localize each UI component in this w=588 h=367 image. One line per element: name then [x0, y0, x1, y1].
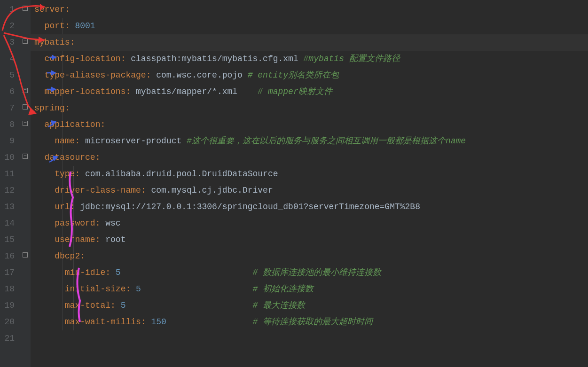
yaml-key: type [55, 169, 75, 179]
code-editor[interactable]: 1 2 3 4 5 6 7 8 9 10 11 12 13 14 15 16 1… [0, 0, 588, 367]
code-line[interactable]: type: com.alibaba.druid.pool.DruidDataSo… [31, 166, 588, 182]
line-number: 15 [0, 232, 15, 248]
code-line[interactable]: url: jdbc:mysql://127.0.0.1:3306/springc… [31, 199, 588, 215]
yaml-value: classpath [131, 54, 176, 63]
line-number: 19 [0, 297, 15, 314]
line-number: 9 [0, 133, 15, 149]
yaml-comment: # 初始化连接数 [253, 284, 314, 294]
yaml-value: wsc [105, 219, 120, 228]
yaml-key: driver-class-name [55, 186, 141, 195]
yaml-value: com.mysql.cj.jdbc.Driver [151, 186, 273, 195]
code-line[interactable]: datasource: [31, 149, 588, 166]
code-line[interactable] [31, 330, 588, 347]
fold-marker-icon[interactable] [23, 252, 28, 258]
yaml-value: com.wsc.core.pojo [156, 70, 243, 80]
line-number: 1 [0, 1, 15, 18]
yaml-key: spring [34, 103, 65, 113]
yaml-value: microserver-product [85, 136, 181, 146]
code-line[interactable]: spring: [31, 100, 588, 117]
fold-marker-icon[interactable] [23, 88, 28, 93]
code-area[interactable]: server: port: 8001 mybatis: config-locat… [31, 0, 588, 367]
fold-column [21, 0, 31, 367]
code-line[interactable]: max-wait-millis: 150 # 等待连接获取的最大超时时间 [31, 314, 588, 330]
yaml-key: config-location [45, 54, 121, 63]
line-number: 6 [0, 84, 15, 100]
fold-marker-icon[interactable] [23, 39, 28, 44]
line-number: 11 [0, 166, 15, 182]
code-line[interactable]: server: [31, 1, 588, 18]
yaml-value: 5 [121, 301, 126, 310]
yaml-value: 8001 [75, 21, 95, 31]
yaml-key: username [55, 235, 95, 244]
line-number: 13 [0, 199, 15, 215]
yaml-comment: #mybatis 配置文件路径 [304, 54, 400, 63]
yaml-value: 5 [136, 284, 141, 294]
code-line[interactable]: name: microserver-product #这个很重要，这在以后的服务… [31, 133, 588, 149]
line-number: 2 [0, 18, 15, 34]
line-number: 12 [0, 182, 15, 199]
yaml-key: max-wait-millis [65, 317, 141, 327]
yaml-key: url [55, 202, 70, 211]
code-line[interactable]: config-location: classpath:mybatis/mybat… [31, 51, 588, 67]
yaml-key: password [55, 219, 95, 228]
yaml-comment: #这个很重要，这在以后的服务与服务之间相互调用一般都是根据这个name [187, 136, 466, 146]
yaml-key: mapper-locations [45, 87, 126, 96]
yaml-key: name [55, 136, 75, 146]
yaml-key: max-total [65, 301, 110, 310]
line-number: 17 [0, 265, 15, 281]
yaml-key: datasource [45, 153, 95, 162]
line-number: 16 [0, 248, 15, 265]
code-line[interactable]: port: 8001 [31, 18, 588, 34]
yaml-value: mybatis/mybatis.cfg.xml [181, 54, 298, 63]
line-number: 5 [0, 67, 15, 84]
yaml-value: jdbc:mysql://127.0.0.1:3306/springcloud_… [80, 202, 420, 211]
code-line[interactable]: username: root [31, 232, 588, 248]
code-line[interactable]: driver-class-name: com.mysql.cj.jdbc.Dri… [31, 182, 588, 199]
yaml-value: root [105, 235, 125, 244]
text-cursor-icon [75, 36, 75, 47]
fold-marker-icon[interactable] [23, 154, 28, 159]
code-line[interactable]: type-aliases-package: com.wsc.core.pojo … [31, 67, 588, 84]
line-number: 3 [0, 34, 15, 51]
code-line[interactable]: max-total: 5 # 最大连接数 [31, 297, 588, 314]
fold-marker-icon[interactable] [23, 6, 28, 11]
yaml-comment: # mapper映射文件 [258, 87, 332, 96]
line-number: 20 [0, 314, 15, 330]
line-number: 21 [0, 330, 15, 347]
yaml-comment: # 最大连接数 [253, 301, 306, 310]
yaml-key: initial-size [65, 284, 126, 294]
yaml-value: mybatis/mapper/*.xml [136, 87, 237, 96]
line-number: 4 [0, 51, 15, 67]
line-number-gutter: 1 2 3 4 5 6 7 8 9 10 11 12 13 14 15 16 1… [0, 0, 21, 367]
yaml-key: mybatis [34, 38, 70, 47]
yaml-comment: # 数据库连接池的最小维持连接数 [253, 268, 382, 277]
code-line[interactable]: password: wsc [31, 215, 588, 232]
yaml-comment: # 等待连接获取的最大超时时间 [253, 317, 373, 327]
code-line-current[interactable]: mybatis: [31, 34, 588, 51]
fold-marker-icon[interactable] [23, 104, 28, 109]
yaml-value: 5 [116, 268, 121, 277]
yaml-value: 150 [151, 317, 166, 327]
yaml-key: min-idle [65, 268, 105, 277]
code-line[interactable]: dbcp2: [31, 248, 588, 265]
yaml-key: type-aliases-package [45, 70, 146, 80]
fold-marker-icon[interactable] [23, 121, 28, 126]
yaml-key: application [45, 120, 101, 129]
yaml-key: server [34, 5, 65, 14]
code-line[interactable]: application: [31, 117, 588, 133]
line-number: 8 [0, 117, 15, 133]
yaml-value: com.alibaba.druid.pool.DruidDataSource [85, 169, 278, 179]
yaml-key: port [45, 21, 65, 31]
line-number: 18 [0, 281, 15, 297]
yaml-comment: # entity别名类所在包 [248, 70, 339, 80]
line-number: 10 [0, 149, 15, 166]
yaml-key: dbcp2 [55, 251, 80, 261]
line-number: 7 [0, 100, 15, 117]
code-line[interactable]: min-idle: 5 # 数据库连接池的最小维持连接数 [31, 265, 588, 281]
line-number: 14 [0, 215, 15, 232]
code-line[interactable]: initial-size: 5 # 初始化连接数 [31, 281, 588, 297]
code-line[interactable]: mapper-locations: mybatis/mapper/*.xml #… [31, 84, 588, 100]
